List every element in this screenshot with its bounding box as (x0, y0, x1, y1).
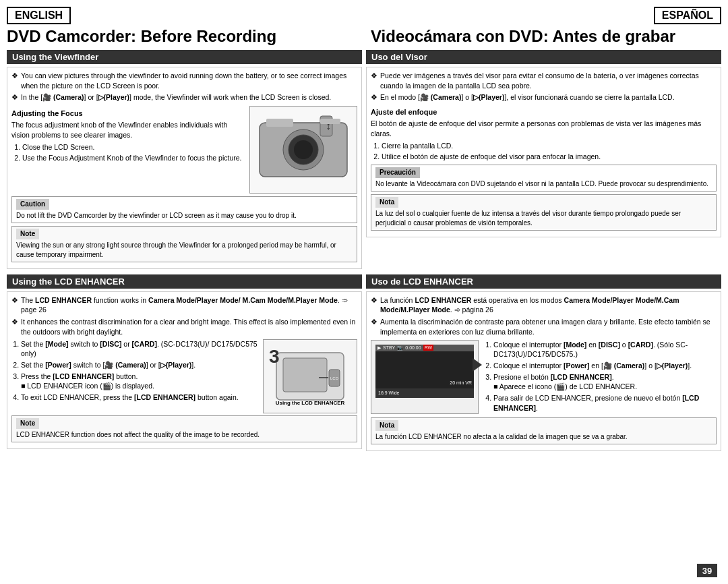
adjust-focus-text: The focus adjustment knob of the Viewfin… (11, 120, 245, 140)
camera-viewfinder-image: ↕ (249, 106, 357, 194)
lcd-section-header-en: Using the LCD ENHANCER (7, 274, 362, 289)
ajuste-enfoque-text: El botón de ajuste de enfoque del visor … (371, 119, 717, 138)
visor-section-header: Uso del Visor (366, 50, 721, 64)
lcd-step-2-en: Set the [Power] switch to [🎥 (Camera)] o… (21, 360, 259, 370)
lcd-bullet-1-es: La función LCD ENHANCER está operativa e… (380, 295, 717, 315)
main-title-right: Videocámara con DVD: Antes de grabar (364, 27, 721, 46)
lcd-step-4-es: Para salir de LCD ENHANCER, presione de … (493, 393, 717, 413)
page-number: 39 (697, 564, 717, 577)
main-title-left: DVD Camcorder: Before Recording (7, 27, 364, 46)
note-text-es1: La luz del sol o cualquier fuente de luz… (375, 209, 712, 228)
lcd-step-3-en: Press the [LCD ENHANCER] button.■ LCD EN… (21, 372, 259, 391)
visor-step-2: Utilice el botón de ajuste de enfoque de… (382, 152, 717, 162)
note-label-lcd-en: Note (16, 418, 39, 429)
visor-step-1: Cierre la pantalla LCD. (382, 141, 717, 151)
lcd-step-1-es: Coloque el interruptor [Mode] en [DISC] … (493, 340, 717, 359)
note-text-lcd-en: LCD ENHANCER function does not affect th… (16, 430, 353, 440)
visor-bullet-1: Puede ver imágenes a través del visor pa… (380, 71, 717, 90)
lcd-bullet-1-en: The LCD ENHANCER function works in Camer… (21, 295, 357, 315)
lcd-diagram-left: 3 LCD Using the LCD ENHANCER (263, 339, 357, 413)
adjust-focus-title: Adjusting the Focus (11, 109, 245, 119)
focus-step-2: Use the Focus Adjustment Knob of the Vie… (22, 153, 245, 163)
svg-rect-9 (283, 358, 327, 392)
viewfinder-section-header: Using the Viewfinder (7, 50, 362, 64)
lcd-bullet-2-en: It enhances the contrast discrimination … (21, 317, 357, 337)
viewfinder-bullet-2: In the [🎥 (Camera)] or [▷(Player)] mode,… (21, 92, 331, 103)
lcd-step-4-en: To exit LCD ENHANCER, press the [LCD ENH… (21, 392, 259, 403)
caution-text-en: Do not lift the DVD Camcorder by the vie… (16, 211, 353, 221)
note-label-lcd-es: Nota (375, 420, 398, 431)
lcd-enhancer-label-left: Using the LCD ENHANCER (276, 399, 345, 407)
caution-text-es: No levante la Videocámara con DVD sujeta… (375, 179, 712, 189)
note-text-en: Viewing the sun or any strong light sour… (16, 241, 353, 260)
svg-text:LCD: LCD (330, 376, 339, 380)
svg-rect-6 (266, 119, 293, 127)
lcd-bullet-2-es: Aumenta la discriminación de contraste p… (380, 317, 717, 337)
ajuste-enfoque-title: Ajuste del enfoque (371, 107, 717, 117)
svg-point-3 (294, 140, 313, 159)
caution-label-en: Caution (16, 199, 49, 210)
note-label-es1: Nota (375, 197, 398, 208)
note-text-lcd-es: La función LCD ENHANCER no afecta a la c… (375, 432, 712, 442)
caution-label-es: Precaución (375, 167, 420, 178)
lcd-section-header-es: Uso de LCD ENHANCER (366, 274, 721, 289)
note-label-en: Note (16, 229, 39, 239)
english-label: ENGLISH (7, 7, 71, 24)
lcd-step-1-en: Set the [Mode] switch to [DISC] or [CARD… (21, 339, 259, 359)
lcd-step-2-es: Coloque el interruptor [Power] en [🎥 (Ca… (493, 361, 717, 371)
focus-step-1: Close the LCD Screen. (22, 142, 245, 152)
svg-rect-7 (320, 119, 340, 124)
lcd-diagram-right: ▶STBY📷0:00:00RW 20 min VR 16:9 Wide (371, 340, 479, 414)
visor-bullet-2: En el modo [🎥 (Camera)] o [▷(Player)], e… (380, 92, 675, 103)
viewfinder-bullet-1: You can view pictures through the viewfi… (21, 71, 357, 90)
espanol-label: ESPAÑOL (654, 7, 721, 24)
lcd-step-3-es: Presione el botón [LCD ENHANCER].■ Apare… (493, 372, 717, 392)
